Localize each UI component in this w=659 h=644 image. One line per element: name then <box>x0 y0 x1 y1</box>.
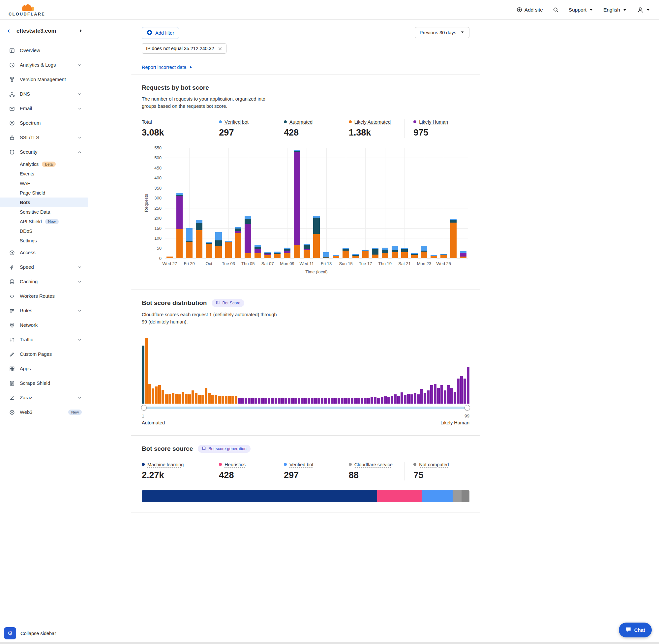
sidebar-item-ddos[interactable]: DDoS <box>0 226 88 236</box>
sidebar-item-scrape-shield[interactable]: Scrape Shield <box>0 376 88 390</box>
bar-fri-06[interactable] <box>255 245 261 258</box>
add-site-button[interactable]: Add site <box>517 7 543 13</box>
bar-wed-25[interactable] <box>441 254 447 258</box>
sidebar-item-speed[interactable]: Speed <box>0 260 88 274</box>
bar-wed-27[interactable] <box>166 256 173 258</box>
bot-score-badge[interactable]: Bot Score <box>212 299 244 307</box>
cloudflare-logo[interactable]: CLOUDFLARE <box>8 3 45 17</box>
search-button[interactable] <box>553 7 559 13</box>
stat-label[interactable]: Cloudflare service <box>354 462 393 467</box>
support-menu[interactable]: Support <box>569 7 593 13</box>
sidebar-item-apps[interactable]: Apps <box>0 362 88 376</box>
hist-bar-score-95 <box>454 392 456 404</box>
sidebar-item-access[interactable]: Access <box>0 245 88 260</box>
spectrum-icon <box>9 120 15 126</box>
bar-mon-02[interactable] <box>215 232 222 258</box>
chat-button[interactable]: Chat <box>619 623 652 638</box>
bar-sun-22[interactable] <box>411 253 418 258</box>
sidebar-item-email[interactable]: Email <box>0 101 88 116</box>
account-menu[interactable] <box>637 6 651 13</box>
bots-dashboard-card: Add filter IP does not equal 35.212.240.… <box>131 20 480 512</box>
sidebar-item-security[interactable]: Security <box>0 145 88 159</box>
date-range-select[interactable]: Previous 30 days <box>415 27 469 38</box>
bar-wed-04[interactable] <box>235 227 242 258</box>
sidebar-item-analytics[interactable]: AnalyticsBeta <box>0 159 88 169</box>
bar-oct[interactable] <box>206 242 212 258</box>
sidebar-item-overview[interactable]: Overview <box>0 43 88 58</box>
slider-track[interactable] <box>142 407 469 409</box>
stat-label[interactable]: Machine learning <box>147 462 184 467</box>
hist-bar-score-67 <box>361 398 363 404</box>
bar-sat-14[interactable] <box>333 255 339 258</box>
bar-tue-03[interactable] <box>225 241 232 258</box>
bar-thu-28[interactable] <box>176 193 183 258</box>
bar-tue-10[interactable] <box>294 150 300 258</box>
sidebar-item-web3[interactable]: Web3New <box>0 405 88 419</box>
stat-label[interactable]: Automated <box>289 119 312 125</box>
stat-label[interactable]: Heuristics <box>225 462 245 467</box>
sidebar-item-bots[interactable]: Bots <box>0 198 88 207</box>
filter-chip[interactable]: IP does not equal 35.212.240.32 <box>142 43 227 54</box>
sidebar-item-spectrum[interactable]: Spectrum <box>0 116 88 130</box>
sidebar-item-rules[interactable]: Rules <box>0 303 88 318</box>
stat-label[interactable]: Verified bot <box>225 119 249 125</box>
sidebar-item-custom-pages[interactable]: Custom Pages <box>0 347 88 362</box>
bar-wed-18[interactable] <box>372 248 378 258</box>
sidebar-item-traffic[interactable]: Traffic <box>0 332 88 347</box>
slider-handle-max[interactable] <box>465 405 470 411</box>
bar-thu-05[interactable] <box>244 216 251 258</box>
gridline <box>346 148 346 258</box>
score-range-slider[interactable] <box>142 405 469 411</box>
collapse-sidebar-button[interactable]: Collapse sidebar <box>20 630 56 637</box>
sidebar-item-dns[interactable]: DNS <box>0 87 88 101</box>
bar-wed-11[interactable] <box>304 244 310 258</box>
sidebar-item-version-management[interactable]: Version Management <box>0 72 88 87</box>
sidebar-item-sensitive-data[interactable]: Sensitive Data <box>0 207 88 217</box>
bar-segment-likely-automated <box>284 253 290 258</box>
bar-sat-21[interactable] <box>401 248 408 258</box>
sidebar-item-zaraz[interactable]: Zaraz <box>0 390 88 405</box>
close-icon[interactable] <box>218 46 222 51</box>
sidebar-item-api-shield[interactable]: API ShieldNew <box>0 217 88 226</box>
back-arrow-icon[interactable] <box>6 28 13 34</box>
bar-sun-15[interactable] <box>343 248 349 258</box>
add-filter-button[interactable]: Add filter <box>142 27 179 39</box>
bar-fri-13[interactable] <box>323 252 330 258</box>
x-tick-label: Tue 17 <box>359 261 372 266</box>
bar-mon-16[interactable] <box>352 254 359 258</box>
report-incorrect-data-link[interactable]: Report incorrect data <box>142 65 192 70</box>
bar-sat-30[interactable] <box>196 220 203 258</box>
bar-fri-20[interactable] <box>392 246 398 258</box>
bar-tue-17[interactable] <box>362 250 369 258</box>
bot-score-generation-badge[interactable]: Bot score generation <box>198 445 250 453</box>
bar-sat-07[interactable] <box>264 252 271 258</box>
sidebar-item-events[interactable]: Events <box>0 169 88 178</box>
language-menu[interactable]: English <box>603 7 627 13</box>
sidebar-item-analytics-logs[interactable]: Analytics & Logs <box>0 58 88 72</box>
sidebar-item-waf[interactable]: WAF <box>0 178 88 188</box>
slider-handle-min[interactable] <box>141 405 147 411</box>
stat-label[interactable]: Not computed <box>419 462 449 467</box>
bar-sun-08[interactable] <box>274 252 281 258</box>
sidebar-item-settings[interactable]: Settings <box>0 236 88 245</box>
bar-fri-29[interactable] <box>186 228 192 258</box>
bar-fri-27[interactable] <box>460 251 467 258</box>
preferences-button[interactable]: ⚙ <box>4 627 16 639</box>
sidebar-item-workers-routes[interactable]: Workers Routes <box>0 289 88 303</box>
sidebar-item-page-shield[interactable]: Page Shield <box>0 188 88 198</box>
bar-mon-23[interactable] <box>421 246 428 258</box>
site-selector[interactable]: cftestsite3.com <box>0 20 88 42</box>
bar-thu-19[interactable] <box>382 248 389 258</box>
bar-mon-09[interactable] <box>284 248 290 258</box>
stat-label[interactable]: Likely Human <box>419 119 448 125</box>
sidebar-item-ssl-tls[interactable]: SSL/TLS <box>0 130 88 145</box>
bar-thu-26[interactable] <box>450 219 457 258</box>
sidebar-item-caching[interactable]: Caching <box>0 274 88 289</box>
chevron-right-icon[interactable] <box>79 29 83 33</box>
bar-thu-12[interactable] <box>313 216 320 258</box>
sidebar-item-network[interactable]: Network <box>0 318 88 332</box>
sidebar-item-label: Web3 <box>20 410 64 415</box>
stat-label[interactable]: Verified bot <box>289 462 313 467</box>
bar-tue-24[interactable] <box>430 255 437 258</box>
stat-label[interactable]: Likely Automated <box>354 119 391 125</box>
